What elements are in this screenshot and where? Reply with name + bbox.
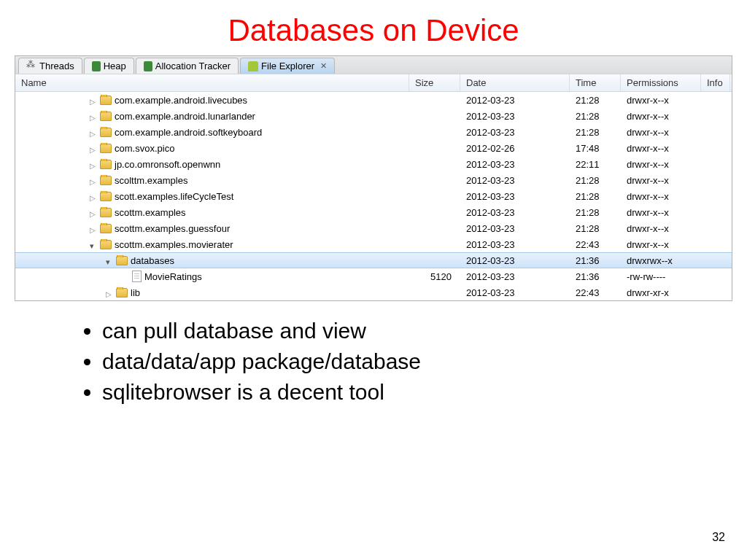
item-time: 17:48 <box>570 143 621 154</box>
item-permissions: drwxr-xr-x <box>621 287 701 298</box>
tab-file-explorer[interactable]: File Explorer✕ <box>240 58 335 74</box>
item-name: com.example.android.lunarlander <box>115 111 255 122</box>
item-name: scottm.examples.guessfour <box>115 223 230 234</box>
expander-icon[interactable] <box>90 96 97 103</box>
item-name: lib <box>131 287 140 298</box>
item-permissions: -rw-rw---- <box>621 271 701 282</box>
item-time: 21:28 <box>570 175 621 186</box>
tree-row[interactable]: lib2012-03-2322:43drwxr-xr-x <box>15 284 732 300</box>
folder-icon <box>116 256 128 265</box>
column-date[interactable]: Date <box>460 74 570 91</box>
expander-icon[interactable] <box>90 208 97 215</box>
thread-icon <box>26 61 36 71</box>
trash-icon <box>92 61 101 71</box>
item-name: com.example.android.livecubes <box>115 95 247 106</box>
item-time: 21:28 <box>570 95 621 106</box>
folder-icon <box>100 224 112 233</box>
item-time: 21:28 <box>570 111 621 122</box>
trash-icon <box>144 61 152 71</box>
folder-icon <box>100 192 112 201</box>
item-time: 21:36 <box>570 255 621 266</box>
bullet-item: data/data/app package/database <box>102 349 703 374</box>
close-icon[interactable]: ✕ <box>320 61 327 71</box>
tree-row[interactable]: scottm.examples.movierater2012-03-2322:4… <box>15 236 732 252</box>
tree-row[interactable]: com.svox.pico2012-02-2617:48drwxr-x--x <box>15 140 732 156</box>
item-date: 2012-03-23 <box>460 255 570 266</box>
expander-icon[interactable] <box>90 128 97 135</box>
item-date: 2012-02-26 <box>460 143 570 154</box>
android-icon <box>248 61 258 71</box>
tree-row[interactable]: com.example.android.softkeyboard2012-03-… <box>15 124 732 140</box>
item-time: 21:28 <box>570 127 621 138</box>
tab-bar: ThreadsHeapAllocation TrackerFile Explor… <box>15 56 732 74</box>
tree-row[interactable]: scottm.examples.guessfour2012-03-2321:28… <box>15 220 732 236</box>
tree-rows: com.example.android.livecubes2012-03-232… <box>15 92 732 300</box>
item-permissions: drwxr-x--x <box>621 95 701 106</box>
item-permissions: drwxr-x--x <box>621 143 701 154</box>
tree-row[interactable]: com.example.android.lunarlander2012-03-2… <box>15 108 732 124</box>
slide-title: Databases on Device <box>0 13 747 48</box>
expander-icon[interactable] <box>90 112 97 119</box>
item-time: 22:43 <box>570 287 621 298</box>
expander-icon[interactable] <box>90 176 97 183</box>
item-time: 21:28 <box>570 191 621 202</box>
item-date: 2012-03-23 <box>460 223 570 234</box>
folder-icon <box>100 144 112 153</box>
item-permissions: drwxr-x--x <box>621 111 701 122</box>
expander-icon[interactable] <box>90 224 97 231</box>
expander-icon[interactable] <box>90 192 97 199</box>
item-date: 2012-03-23 <box>460 271 570 282</box>
bullet-list: can pull database and viewdata/data/app … <box>73 319 703 405</box>
item-time: 22:11 <box>570 159 621 170</box>
folder-icon <box>100 208 112 217</box>
tree-row[interactable]: jp.co.omronsoft.openwnn2012-03-2322:11dr… <box>15 156 732 172</box>
expander-icon[interactable] <box>90 240 97 247</box>
item-name: com.example.android.softkeyboard <box>115 127 262 138</box>
tab-allocation-tracker[interactable]: Allocation Tracker <box>136 58 239 74</box>
folder-icon <box>100 112 112 121</box>
item-name: jp.co.omronsoft.openwnn <box>115 159 220 170</box>
item-date: 2012-03-23 <box>460 287 570 298</box>
item-date: 2012-03-23 <box>460 159 570 170</box>
item-permissions: drwxr-x--x <box>621 127 701 138</box>
folder-icon <box>116 288 128 298</box>
folder-icon <box>100 240 112 249</box>
column-time[interactable]: Time <box>570 74 621 91</box>
expander-icon[interactable] <box>90 144 97 151</box>
expander-icon[interactable] <box>106 256 113 263</box>
tab-heap[interactable]: Heap <box>84 58 134 74</box>
tree-row[interactable]: scolttm.examples2012-03-2321:28drwxr-x--… <box>15 172 732 188</box>
item-time: 21:28 <box>570 207 621 218</box>
tree-row[interactable]: scottm.examples2012-03-2321:28drwxr-x--x <box>15 204 732 220</box>
tree-row[interactable]: com.example.android.livecubes2012-03-232… <box>15 92 732 108</box>
page-number: 32 <box>712 531 725 544</box>
column-size[interactable]: Size <box>409 74 460 91</box>
column-name[interactable]: Name <box>15 74 409 91</box>
item-name: databases <box>131 255 174 266</box>
item-time: 22:43 <box>570 239 621 250</box>
expander-icon[interactable] <box>106 288 113 295</box>
tree-row[interactable]: MovieRatings51202012-03-2321:36-rw-rw---… <box>15 268 732 284</box>
item-permissions: drwxr-x--x <box>621 239 701 250</box>
tab-threads[interactable]: Threads <box>18 58 82 74</box>
file-icon <box>132 271 142 282</box>
expander-icon <box>122 272 129 279</box>
tree-row[interactable]: scott.examples.lifeCycleTest2012-03-2321… <box>15 188 732 204</box>
column-info[interactable]: Info <box>701 74 730 91</box>
file-explorer-panel: ThreadsHeapAllocation TrackerFile Explor… <box>15 55 732 301</box>
item-date: 2012-03-23 <box>460 239 570 250</box>
tab-label: Heap <box>104 61 126 71</box>
expander-icon[interactable] <box>90 160 97 167</box>
item-name: scolttm.examples <box>115 175 187 186</box>
tree-row[interactable]: databases2012-03-2321:36drwxrwx--x <box>15 252 732 268</box>
item-permissions: drwxr-x--x <box>621 223 701 234</box>
tab-label: Allocation Tracker <box>155 61 231 71</box>
column-header: NameSizeDateTimePermissionsInfo <box>15 74 732 92</box>
item-name: com.svox.pico <box>115 143 174 154</box>
folder-icon <box>100 96 112 105</box>
column-permissions[interactable]: Permissions <box>621 74 701 91</box>
tab-label: Threads <box>39 61 74 71</box>
item-permissions: drwxr-x--x <box>621 207 701 218</box>
item-date: 2012-03-23 <box>460 175 570 186</box>
item-name: MovieRatings <box>144 271 202 282</box>
